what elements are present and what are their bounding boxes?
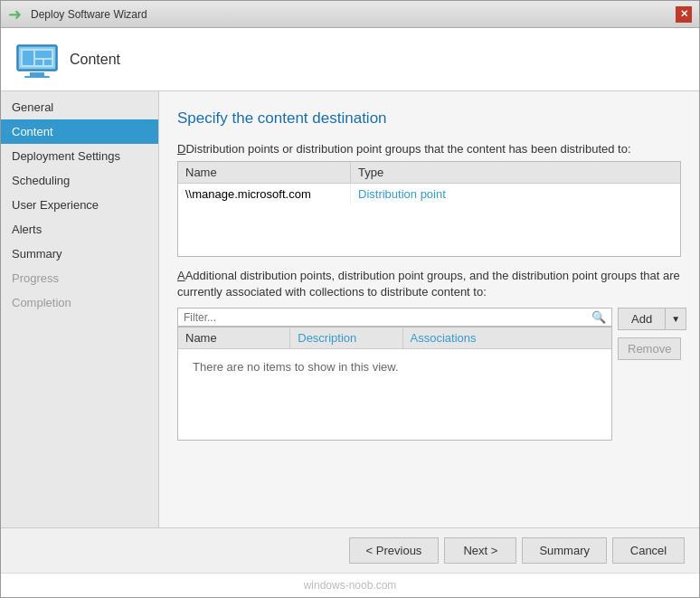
sidebar-item-alerts[interactable]: Alerts (1, 217, 158, 242)
page-title: Specify the content destination (177, 109, 681, 128)
header-title: Content (70, 52, 120, 68)
distribution-table-body: \\manage.microsoft.com Distribution poin… (178, 184, 680, 256)
svg-rect-2 (30, 72, 44, 76)
col-type: Type (351, 162, 680, 183)
distribution-table: Name Type \\manage.microsoft.com Distrib… (177, 161, 681, 257)
content-area: General Content Deployment Settings Sche… (1, 91, 699, 527)
col-name: Name (178, 162, 351, 183)
filter-input[interactable] (184, 311, 591, 324)
svg-rect-5 (23, 51, 33, 65)
additional-table-header: Name Description Associations (178, 327, 611, 349)
distribution-table-header: Name Type (178, 162, 680, 184)
watermark: windows-noob.com (1, 573, 699, 597)
sidebar-item-progress: Progress (1, 266, 158, 290)
filter-table-left: 🔍 Name Description Associations There ar… (177, 308, 612, 441)
title-bar: ➜ Deploy Software Wizard ✕ (1, 1, 699, 28)
empty-message: There are no items to show in this view. (185, 355, 406, 379)
row-name: \\manage.microsoft.com (178, 184, 351, 204)
window: ➜ Deploy Software Wizard ✕ Content Gener… (0, 0, 700, 598)
sidebar-item-summary[interactable]: Summary (1, 242, 158, 266)
content-icon (15, 38, 59, 81)
add-dropdown-button[interactable]: ▼ (665, 308, 686, 330)
cancel-button[interactable]: Cancel (612, 537, 685, 564)
title-bar-left: ➜ Deploy Software Wizard (8, 5, 147, 24)
col2-name: Name (178, 327, 290, 348)
search-icon: 🔍 (591, 310, 606, 324)
section1-label: DDistribution points or distribution poi… (177, 142, 681, 156)
sidebar-item-content[interactable]: Content (1, 119, 158, 144)
arrow-icon: ➜ (8, 5, 22, 24)
add-button[interactable]: Add (618, 308, 665, 330)
sidebar-item-scheduling[interactable]: Scheduling (1, 168, 158, 193)
main-panel: Specify the content destination DDistrib… (159, 91, 699, 527)
header-bar: Content (1, 28, 699, 91)
sidebar-item-general[interactable]: General (1, 95, 158, 119)
svg-rect-3 (24, 76, 50, 78)
window-title: Deploy Software Wizard (31, 8, 147, 21)
summary-button[interactable]: Summary (522, 537, 607, 564)
remove-button[interactable]: Remove (618, 337, 681, 360)
svg-rect-6 (35, 51, 52, 58)
previous-button[interactable]: < Previous (349, 537, 440, 564)
sidebar: General Content Deployment Settings Sche… (1, 91, 159, 527)
row-type: Distribution point (351, 184, 680, 204)
table-row[interactable]: \\manage.microsoft.com Distribution poin… (178, 184, 680, 204)
additional-table: Name Description Associations There are … (177, 327, 612, 441)
sidebar-item-completion: Completion (1, 290, 158, 315)
filter-add-row: 🔍 (177, 308, 612, 327)
close-button[interactable]: ✕ (676, 6, 692, 23)
sidebar-item-user-experience[interactable]: User Experience (1, 193, 158, 217)
filter-input-container[interactable]: 🔍 (177, 308, 612, 327)
sidebar-item-deployment-settings[interactable]: Deployment Settings (1, 144, 158, 168)
svg-rect-8 (44, 60, 52, 65)
filter-table-area: 🔍 Name Description Associations There ar… (177, 308, 681, 441)
section2-description: AAdditional distribution points, distrib… (177, 268, 681, 300)
col2-description: Description (290, 327, 402, 348)
add-btn-group: Add ▼ (618, 308, 681, 330)
svg-rect-7 (35, 60, 43, 65)
footer: < Previous Next > Summary Cancel (1, 527, 699, 573)
additional-table-body: There are no items to show in this view. (178, 349, 611, 440)
next-button[interactable]: Next > (444, 537, 516, 564)
col2-associations: Associations (403, 327, 612, 348)
action-buttons: Add ▼ Remove (618, 308, 681, 441)
